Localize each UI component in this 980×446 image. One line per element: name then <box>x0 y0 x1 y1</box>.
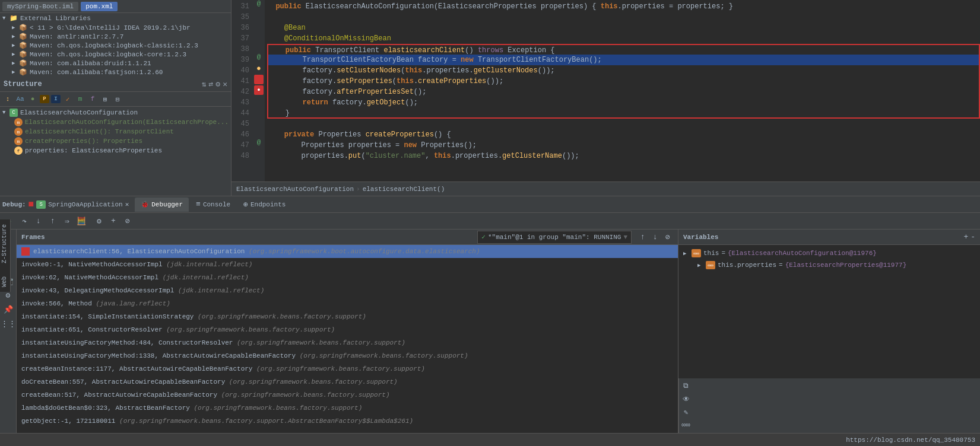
structure-icons: ⇅ ⇄ ⚙ ✕ <box>202 79 227 89</box>
frame-text: instantiateUsingFactoryMethod:1338, Abst… <box>21 352 468 359</box>
z-structure-tab[interactable]: Z-Structure <box>0 222 10 266</box>
frame-item-4[interactable]: invoke:566, Method (java.lang.reflect) <box>17 297 678 310</box>
expand-all-icon[interactable]: ⊞ <box>100 94 110 104</box>
lib-item-antlr[interactable]: ▶ 📦 Maven: antlr:antlr:2.7.7 <box>0 32 231 41</box>
class-root[interactable]: ▼ C ElasticsearchAutoConfiguration <box>0 108 231 117</box>
sort-alpha-icon[interactable]: ⇅ <box>202 79 207 89</box>
method-icon[interactable]: m <box>75 94 85 104</box>
frame-item-12[interactable]: lambda$doGetBean$0:323, AbstractBeanFact… <box>17 402 678 415</box>
frame-item-8[interactable]: instantiateUsingFactoryMethod:1338, Abst… <box>17 349 678 362</box>
add-watch-icon[interactable]: + <box>963 232 968 241</box>
code-line-44: } <box>267 108 980 119</box>
frame-item-9[interactable]: createBeanInstance:1177, AbstractAutowir… <box>17 362 678 375</box>
dropdown-icon: ▼ <box>623 234 627 241</box>
evaluate-icon[interactable]: ∞∞ <box>681 420 692 431</box>
step-out-button[interactable]: ↑ <box>46 215 59 228</box>
watch-icon[interactable]: 👁 <box>681 394 692 404</box>
close-tab-icon[interactable]: ✕ <box>125 200 129 208</box>
edit-icon[interactable]: ✎ <box>681 407 692 418</box>
external-libraries-item[interactable]: ▼ 📁 External Libraries <box>0 13 231 23</box>
method-elasticsearch-item[interactable]: m elasticsearchClient(): TransportClient <box>0 127 231 136</box>
tab-debugger[interactable]: 🐞 Debugger <box>135 197 189 212</box>
frame-item-11[interactable]: createBean:517, AbstractAutowireCapableB… <box>17 388 678 402</box>
frame-item-2[interactable]: invoke:62, NativeMethodAccessorImpl (jdk… <box>17 271 678 284</box>
breadcrumb-method: elasticsearchClient() <box>363 186 445 193</box>
var-name-this: this <box>703 250 719 257</box>
lib-item-logback-classic[interactable]: ▶ 📦 Maven: ch.qos.logback:logback-classi… <box>0 41 231 50</box>
app-icon: S <box>36 200 46 209</box>
frame-item-3[interactable]: invoke:43, DelegatingMethodAccessorImpl … <box>17 284 678 297</box>
var-item-this-properties[interactable]: ▶ ∞∞ this.properties = {ElasticsearchPro… <box>678 259 980 271</box>
stop-button[interactable]: ■ <box>28 199 34 210</box>
frame-item-active[interactable]: elasticsearchClient:56, ElasticsearchAut… <box>17 245 678 258</box>
code-line-42: factory.afterPropertiesSet(); <box>267 87 980 97</box>
remove-watch-icon[interactable]: - <box>971 232 975 241</box>
add-watch-button[interactable]: + <box>107 215 120 228</box>
copy-icon[interactable]: ⧉ <box>681 381 692 391</box>
frame-item-10[interactable]: doCreateBean:557, AbstractAutowireCapabl… <box>17 375 678 388</box>
var-item-this[interactable]: ▶ ∞∞ this = {ElasticsearchAutoConfigurat… <box>678 247 980 259</box>
step-down-icon[interactable]: ↓ <box>650 232 661 243</box>
checkmark-icon[interactable]: ✓ <box>62 94 73 104</box>
field-icon[interactable]: f <box>87 94 98 104</box>
lib-item-druid[interactable]: ▶ 📦 Maven: com.alibaba:druid:1.1.21 <box>0 59 231 68</box>
step-into-button[interactable]: ↓ <box>32 215 45 228</box>
lib-item-jbr[interactable]: ▶ 📦 < 11 > G:\Idea\IntelliJ IDEA 2019.2.… <box>0 23 231 32</box>
frames-title: Frames <box>21 234 45 241</box>
orange-icon[interactable]: P <box>40 95 49 103</box>
constructor-item[interactable]: m ElasticsearchAutoConfiguration(Elastic… <box>0 117 231 127</box>
run-to-cursor-button[interactable]: ⇒ <box>61 215 74 228</box>
field-properties-item[interactable]: f properties: ElasticsearchProperties <box>0 146 231 155</box>
step-over-button[interactable]: ↷ <box>18 215 31 228</box>
evaluate-button[interactable]: 🧮 <box>75 215 88 228</box>
frame-method: elasticsearchClient:56, ElasticsearchAut… <box>33 248 249 255</box>
method-create-item[interactable]: m createProperties(): Properties <box>0 136 231 146</box>
lib-icon: 📦 <box>19 24 27 31</box>
pin-icon[interactable]: 📌 <box>2 303 15 316</box>
frame-item-7[interactable]: instantiateUsingFactoryMethod:484, Const… <box>17 336 678 349</box>
var-expand-arrow: ▶ <box>697 262 706 269</box>
more-icon[interactable]: ⋮⋮ <box>2 317 15 330</box>
filter-frames-icon[interactable]: ⊘ <box>662 232 673 243</box>
method-label: createProperties(): Properties <box>25 138 142 145</box>
folder-icon: 📁 <box>9 14 18 22</box>
frame-item-5[interactable]: instantiate:154, SimpleInstantiationStra… <box>17 310 678 323</box>
tab-console[interactable]: ≡ Console <box>190 197 236 212</box>
lib-label: Maven: antlr:antlr:2.7.7 <box>30 33 123 40</box>
gutter-annotation-46: @ <box>254 139 264 146</box>
sort-icon[interactable]: ↕ <box>2 94 13 104</box>
frame-item-13[interactable]: getObject:-1, 1721180011 (org.springfram… <box>17 415 678 428</box>
breadcrumb: ElasticsearchAutoConfiguration › elastic… <box>231 181 980 196</box>
thread-selector[interactable]: ✓ *"main"@1 in group "main": RUNNING ▼ <box>477 231 632 244</box>
breakpoint-icon[interactable] <box>254 75 264 84</box>
frame-text: lambda$doGetBean$0:323, AbstractBeanFact… <box>21 404 362 412</box>
blue-icon[interactable]: I <box>51 95 61 103</box>
method-icon: m <box>14 137 23 145</box>
expand-arrow: ▶ <box>12 51 19 58</box>
web-tab[interactable]: Web <box>0 274 10 289</box>
circle-green-icon[interactable]: ● <box>27 94 38 104</box>
sort-icon[interactable]: ⇄ <box>209 79 214 89</box>
step-up-icon[interactable]: ↑ <box>638 232 648 243</box>
var-value-this: {ElasticsearchAutoConfiguration@11976} <box>728 250 877 257</box>
settings-icon[interactable]: ⚙ <box>215 79 220 89</box>
collapse-all-icon[interactable]: ⊟ <box>112 94 123 104</box>
lib-item-logback-core[interactable]: ▶ 📦 Maven: ch.qos.logback:logback-core:1… <box>0 50 231 59</box>
breadcrumb-sep: › <box>356 186 360 193</box>
frame-item-1[interactable]: invoke0:-1, NativeMethodAccessorImpl (jd… <box>17 258 678 271</box>
debugger-icon: 🐞 <box>141 200 149 208</box>
method-icon: m <box>14 128 23 136</box>
tab-endpoints[interactable]: ⊕ Endpoints <box>237 197 291 212</box>
frame-item-6[interactable]: instantiate:651, ConstructorResolver (or… <box>17 323 678 336</box>
file-tab-iml[interactable]: mySpring-Boot.iml <box>2 2 78 11</box>
breakpoint-active[interactable]: ● <box>254 85 264 95</box>
field-label: properties: ElasticsearchProperties <box>25 147 162 154</box>
close-icon[interactable]: ✕ <box>223 79 227 89</box>
variables-content: ▶ ∞∞ this = {ElasticsearchAutoConfigurat… <box>678 245 980 378</box>
file-tab-pom[interactable]: pom.xml <box>81 2 118 11</box>
code-line-43: return factory.getObject(); <box>267 97 980 108</box>
settings-button[interactable]: ⚙ <box>93 215 106 228</box>
filter-button[interactable]: ⊘ <box>121 215 134 228</box>
sort-alpha-icon[interactable]: Aa <box>15 94 26 104</box>
lib-item-fastjson[interactable]: ▶ 📦 Maven: com.alibaba:fastjson:1.2.60 <box>0 68 231 77</box>
